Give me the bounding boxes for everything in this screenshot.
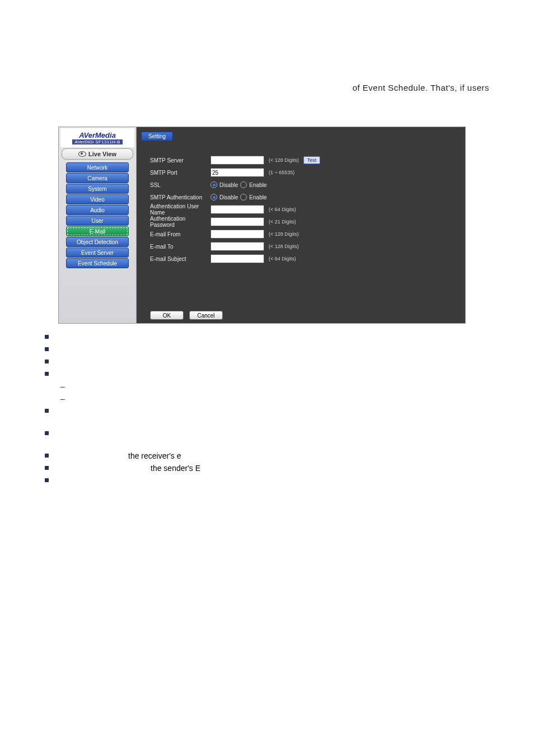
sidebar-item-user[interactable]: User	[66, 216, 129, 226]
bullet-list: – – the receiver's e the sender's E	[45, 333, 200, 488]
sidebar-item-e-mail[interactable]: E-Mail	[66, 226, 129, 236]
test-button[interactable]: Test	[303, 156, 321, 164]
email-to-input[interactable]	[210, 242, 264, 251]
smtp-server-label: SMTP Server	[150, 157, 206, 164]
smtp-port-label: SMTP Port	[150, 170, 206, 176]
live-view-button[interactable]: Live View	[62, 148, 133, 160]
bullet-icon	[45, 372, 49, 376]
sidebar-item-system[interactable]: System	[66, 184, 129, 194]
bullet-icon	[45, 454, 49, 458]
auth-pass-label: Authentication Password	[150, 216, 206, 228]
email-subject-hint: (< 64 Digits)	[269, 256, 296, 262]
app-window: AVerMedia AVerDiGi SF1311H-B Live View N…	[58, 127, 466, 324]
bullet-icon	[45, 335, 49, 339]
smtp-auth-enable-label: Enable	[249, 194, 266, 200]
bullet-icon	[45, 431, 49, 435]
ssl-disable-radio[interactable]	[210, 181, 217, 188]
sidebar: AVerMedia AVerDiGi SF1311H-B Live View N…	[59, 127, 137, 323]
bullet-icon	[45, 347, 49, 351]
ssl-label: SSL	[150, 182, 206, 188]
email-from-input[interactable]	[210, 230, 264, 239]
bullet-text: the sender's E	[151, 464, 200, 473]
sidebar-item-event-schedule[interactable]: Event Schedule	[66, 258, 129, 268]
settings-form: SMTP Server (< 128 Digits) Test SMTP Por…	[150, 155, 452, 264]
dash-icon: –	[59, 394, 66, 403]
smtp-auth-disable-label: Disable	[219, 194, 238, 200]
smtp-auth-label: SMTP Authentication	[150, 194, 206, 200]
email-from-label: E-mail From	[150, 231, 206, 237]
ssl-enable-radio[interactable]	[240, 181, 247, 188]
dash-icon: –	[59, 382, 66, 391]
sidebar-item-network[interactable]: Network	[66, 162, 129, 172]
smtp-auth-enable-radio[interactable]	[240, 194, 247, 200]
auth-user-label: Authentication User Name	[150, 203, 206, 216]
logo-sub: AVerDiGi SF1311H-B	[72, 139, 123, 144]
auth-user-hint: (< 64 Digits)	[269, 207, 296, 212]
email-to-label: E-mail To	[150, 244, 206, 250]
ssl-enable-label: Enable	[249, 182, 266, 188]
smtp-server-hint: (< 128 Digits)	[269, 157, 299, 163]
main-panel: Setting SMTP Server (< 128 Digits) Test …	[137, 127, 465, 323]
sidebar-item-video[interactable]: Video	[66, 194, 129, 204]
ok-button[interactable]: OK	[150, 311, 184, 320]
logo-main: AVerMedia	[79, 131, 116, 139]
email-subject-input[interactable]	[210, 254, 264, 263]
smtp-port-hint: (1 ~ 65535)	[269, 170, 294, 175]
sidebar-item-camera[interactable]: Camera	[66, 173, 129, 183]
live-view-label: Live View	[88, 151, 116, 157]
cancel-button[interactable]: Cancel	[189, 311, 223, 320]
smtp-auth-disable-radio[interactable]	[210, 194, 217, 200]
email-to-hint: (< 128 Digits)	[269, 244, 299, 249]
auth-user-input[interactable]	[210, 205, 264, 214]
bullet-text: the receiver's e	[128, 451, 181, 460]
auth-pass-hint: (< 21 Digits)	[269, 219, 296, 225]
sidebar-item-audio[interactable]: Audio	[66, 205, 129, 215]
bullet-icon	[45, 409, 49, 413]
auth-pass-input[interactable]	[210, 217, 264, 226]
sidebar-item-object-detection[interactable]: Object Detection	[66, 237, 129, 247]
header-fragment: of Event Schedule. That's, if users	[353, 83, 489, 92]
sidebar-item-event-server[interactable]: Event Server	[66, 248, 129, 258]
eye-icon	[78, 151, 86, 157]
bullet-icon	[45, 478, 49, 482]
smtp-port-input[interactable]	[210, 168, 264, 177]
bullet-icon	[45, 466, 49, 470]
ssl-disable-label: Disable	[219, 182, 238, 188]
smtp-server-input[interactable]	[210, 156, 264, 165]
tab-setting[interactable]: Setting	[141, 132, 173, 141]
logo: AVerMedia AVerDiGi SF1311H-B	[60, 128, 134, 147]
bullet-icon	[45, 360, 49, 363]
email-from-hint: (< 128 Digits)	[269, 231, 299, 237]
email-subject-label: E-mail Subject	[150, 256, 206, 262]
